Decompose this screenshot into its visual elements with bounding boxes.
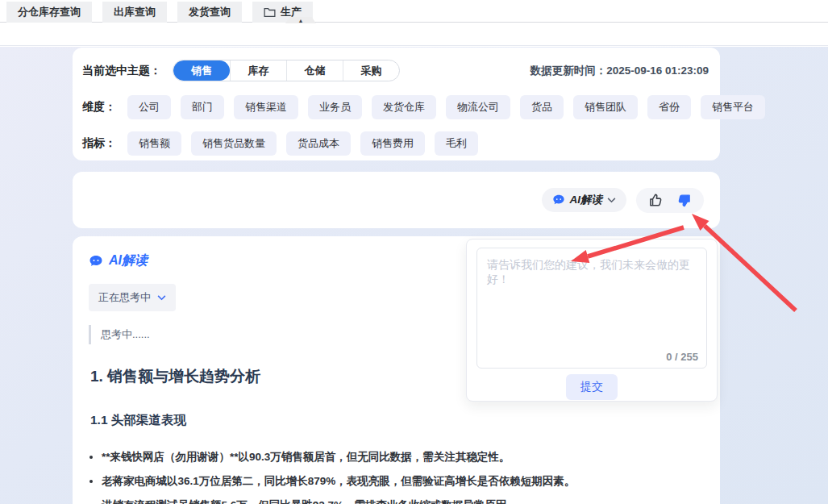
- theme-selector-label: 当前选中主题：: [82, 64, 161, 78]
- theme-segmented-control: 销售 库存 仓储 采购: [173, 60, 400, 81]
- thumbs-down-icon[interactable]: [676, 193, 692, 208]
- dimension-tag[interactable]: 业务员: [308, 95, 362, 119]
- indicator-tag[interactable]: 毛利: [435, 131, 478, 156]
- analysis-bullet: 老蒋家电商城以36.1万位居第二，同比增长879%，表现亮眼，但需验证高增长是否…: [102, 469, 720, 494]
- ai-interpret-label: AI解读: [570, 193, 603, 207]
- update-time-label: 数据更新时间：: [531, 65, 607, 77]
- top-tab-bar: 分仓库存查询 出库查询 发货查询 生产: [0, 0, 828, 23]
- folder-icon: [264, 7, 276, 18]
- tab-label: 分仓库存查询: [18, 5, 81, 19]
- triangle-up-icon: ▲: [298, 18, 304, 23]
- chevron-down-icon: [157, 295, 166, 301]
- feedback-popover: 0 / 255 提交: [466, 239, 718, 402]
- indicator-tag[interactable]: 销售额: [127, 131, 181, 156]
- analysis-bullet: **来钱快网店（勿用谢谢）**以90.3万销售额居首，但无同比数据，需关注其稳定…: [102, 445, 720, 469]
- thumbs-up-icon[interactable]: [648, 193, 664, 208]
- collapse-panel-handle[interactable]: ▲: [285, 17, 316, 23]
- character-counter: 0 / 255: [666, 351, 698, 363]
- theme-option-purchasing[interactable]: 采购: [343, 60, 399, 81]
- dimension-tag[interactable]: 销售渠道: [234, 95, 298, 119]
- submit-button[interactable]: 提交: [566, 374, 618, 400]
- tab-label: 发货查询: [189, 5, 231, 19]
- indicator-tag[interactable]: 销售货品数量: [191, 131, 277, 156]
- dimension-tags: 公司 部门 销售渠道 业务员 发货仓库 物流公司 货品 销售团队 省份 销售平台: [127, 95, 765, 119]
- ai-interpret-dropdown-button[interactable]: AI解读: [542, 188, 627, 212]
- filter-card: 当前选中主题： 销售 库存 仓储 采购 数据更新时间：2025-09-16 01…: [73, 48, 720, 160]
- subsection-heading: 1.1 头部渠道表现: [90, 412, 720, 429]
- dimension-tag[interactable]: 销售平台: [701, 95, 765, 119]
- theme-option-inventory[interactable]: 库存: [230, 60, 286, 81]
- chat-bubble-icon: [552, 194, 565, 206]
- dimension-tag[interactable]: 部门: [181, 95, 224, 119]
- data-update-time: 数据更新时间：2025-09-16 01:23:09: [531, 64, 709, 78]
- tab-label: 出库查询: [114, 5, 156, 19]
- theme-option-sales[interactable]: 销售: [173, 60, 230, 81]
- chat-bubble-icon: [89, 254, 103, 269]
- ai-toolbar-card: AI解读: [73, 172, 720, 228]
- dimension-tag[interactable]: 物流公司: [446, 95, 510, 119]
- ai-panel-title: AI解读: [109, 252, 148, 269]
- thinking-status-label: 正在思考中: [98, 290, 151, 305]
- tab-warehouse-inventory-query[interactable]: 分仓库存查询: [6, 2, 92, 23]
- dimension-tag[interactable]: 货品: [520, 95, 564, 119]
- dimension-tag[interactable]: 公司: [127, 95, 171, 119]
- feedback-input-box: 0 / 255: [476, 248, 707, 369]
- thinking-status-dropdown[interactable]: 正在思考中: [89, 284, 176, 311]
- feedback-textarea[interactable]: [477, 248, 706, 339]
- tab-shipment-query[interactable]: 发货查询: [177, 2, 242, 23]
- analysis-bullet: 进销存流程测试虽销售额5.6万，但同比暴跌92.7%，需排查业务收缩或数据异常原…: [102, 494, 720, 504]
- dimension-tag[interactable]: 发货仓库: [372, 95, 436, 119]
- dimensions-label: 维度：: [82, 100, 116, 115]
- dimension-tag[interactable]: 销售团队: [573, 95, 638, 119]
- tab-outbound-query[interactable]: 出库查询: [102, 2, 167, 23]
- header-spacer: [0, 23, 828, 46]
- analysis-bullet-list: **来钱快网店（勿用谢谢）**以90.3万销售额居首，但无同比数据，需关注其稳定…: [90, 445, 720, 504]
- indicators-label: 指标：: [82, 136, 116, 151]
- dimension-tag[interactable]: 省份: [647, 95, 691, 119]
- indicator-tag[interactable]: 销售费用: [360, 131, 425, 156]
- indicator-tag[interactable]: 货品成本: [286, 131, 351, 156]
- theme-option-warehousing[interactable]: 仓储: [286, 60, 343, 81]
- chevron-down-icon: [607, 198, 616, 203]
- update-time-value: 2025-09-16 01:23:09: [606, 65, 709, 77]
- indicator-tags: 销售额 销售货品数量 货品成本 销售费用 毛利: [127, 131, 478, 156]
- feedback-thumbs-group: [636, 188, 704, 213]
